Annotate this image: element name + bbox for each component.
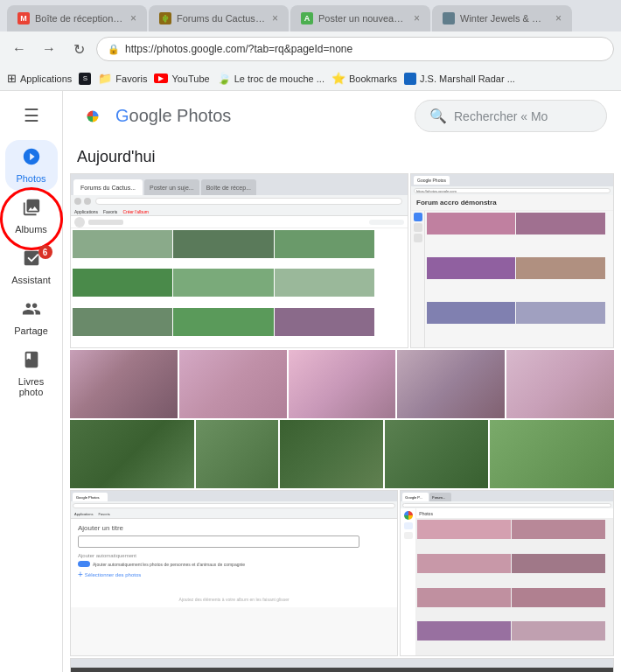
af-title-input xyxy=(78,536,359,548)
af-form-helper: Ajouter un titre xyxy=(78,524,390,532)
flower-photo-1[interactable] xyxy=(70,350,178,418)
bookmark-radar[interactable]: J.S. Marshall Radar ... xyxy=(404,73,515,85)
gp-logo: Google Photos xyxy=(77,101,231,132)
flower-photo-3[interactable] xyxy=(289,350,396,418)
livres-label: Livres photo xyxy=(9,376,54,397)
flower-photo-5[interactable] xyxy=(506,350,614,418)
pbg2 xyxy=(512,520,605,539)
gp-search-bar[interactable]: 🔍 Rechercher « Mo xyxy=(415,100,607,132)
cactus-favicon: 🌵 xyxy=(159,12,171,24)
bookmark-favoris-label: Favoris xyxy=(115,74,147,84)
ss-navrow xyxy=(71,195,408,207)
tab-gmail[interactable]: M Boîte de réception (16) × xyxy=(7,5,147,32)
gp-logo-text: Google Photos xyxy=(115,106,231,126)
bs-container: ⏮ ⏸ ⏭ Les 7 ans à savoir 🔊 ⛶ xyxy=(70,658,614,672)
pbg8 xyxy=(512,621,605,640)
flower-row1 xyxy=(70,350,614,418)
pb-tab1: Google P... xyxy=(402,493,429,501)
pb-tab2: Forum... xyxy=(429,493,451,501)
back-button[interactable]: ← xyxy=(7,37,31,61)
bookmark-troc-label: Le troc de mouche ... xyxy=(234,74,324,84)
ph6 xyxy=(275,269,374,297)
plant-photo-1[interactable] xyxy=(70,420,194,488)
af-toggle xyxy=(78,561,90,567)
af-form: Ajouter un titre Ajouter automatiquement… xyxy=(71,519,397,607)
address-bar[interactable]: 🔒 https://photos.google.com/?tab=rq&page… xyxy=(96,37,614,61)
af-share-option: Ajouter automatiquement xyxy=(78,553,390,558)
pbg3 xyxy=(417,554,511,573)
tab4-close[interactable]: × xyxy=(555,12,562,24)
tab3-close[interactable]: × xyxy=(414,12,420,24)
forum-tabbar: Google Photos xyxy=(411,174,613,186)
ss-bk3: Créer l'album xyxy=(122,209,149,214)
forum-sidebar xyxy=(411,211,425,347)
pbg7 xyxy=(417,621,511,640)
plant-photo-2[interactable] xyxy=(196,420,278,488)
photos-browser-screenshot[interactable]: Google P... Forum... xyxy=(400,490,614,656)
ss-tab2: Poster un suje... xyxy=(144,179,199,195)
steam-icon: S xyxy=(79,73,91,85)
refresh-button[interactable]: ↻ xyxy=(66,37,91,61)
ss-sim-left: Forums du Cactus... Poster un suje... Bo… xyxy=(71,174,408,347)
bookmark-steam[interactable]: S xyxy=(79,73,91,85)
pb-nav xyxy=(401,501,613,508)
sidebar-item-albums[interactable]: Albums xyxy=(5,191,58,242)
gp-logo-g: G xyxy=(115,106,129,125)
forward-button[interactable]: → xyxy=(37,37,61,61)
flower-photo-4[interactable] xyxy=(397,350,505,418)
ph8 xyxy=(173,308,273,336)
gp-logo-icon xyxy=(77,101,108,132)
bookmark-youtube[interactable]: ▶ YouTube xyxy=(154,74,209,84)
bookmark-favoris[interactable]: 📁 Favoris xyxy=(98,72,147,85)
pb-nav1 xyxy=(404,522,413,529)
tab-poster[interactable]: A Poster un nouveau suje... × xyxy=(290,5,430,32)
gp-logo-photos-word: Photos xyxy=(177,106,231,125)
tab1-close[interactable]: × xyxy=(130,12,136,24)
ss-bk1: Applications xyxy=(74,209,98,214)
sidebar: ☰ Photos Albums 6 Assistant xyxy=(0,91,63,672)
plant-photo-4[interactable] xyxy=(385,420,488,488)
flower-photo-2[interactable] xyxy=(179,350,287,418)
ss-bk2: Favoris xyxy=(103,209,117,214)
albums-label: Albums xyxy=(15,224,47,234)
pb-addr xyxy=(402,503,611,508)
plant-photo-5[interactable] xyxy=(490,420,614,488)
fp6 xyxy=(516,302,604,324)
bottom-screenshot[interactable]: ⏮ ⏸ ⏭ Les 7 ans à savoir 🔊 ⛶ xyxy=(70,658,614,672)
af-addr xyxy=(73,503,395,508)
bookmark-troc[interactable]: 🍃 Le troc de mouche ... xyxy=(217,72,324,85)
af-bk: Applications xyxy=(74,512,94,516)
fp5 xyxy=(427,302,515,324)
ph3 xyxy=(275,230,374,258)
browser-chrome: M Boîte de réception (16) × 🌵 Forums du … xyxy=(0,0,621,91)
plant-photo-3[interactable] xyxy=(280,420,383,488)
fp1 xyxy=(427,213,515,234)
af-nav xyxy=(71,501,397,510)
screenshot-forum[interactable]: Google Photos https://photos.google.com … xyxy=(410,173,614,348)
bookmark-applications[interactable]: ⊞ Applications xyxy=(7,72,72,85)
tab-cactus[interactable]: 🌵 Forums du Cactus Fran... × xyxy=(149,5,289,32)
af-tabbar: Google Photos xyxy=(71,491,397,501)
sidebar-item-photos[interactable]: Photos xyxy=(5,140,58,191)
sidebar-item-livres[interactable]: Livres photo xyxy=(5,343,58,404)
star-icon: ⭐ xyxy=(331,72,345,85)
fp4 xyxy=(516,257,604,279)
tab2-close[interactable]: × xyxy=(272,12,278,24)
ss-logo-bar xyxy=(88,220,123,225)
forum-nav: https://photos.google.com xyxy=(411,186,613,195)
pbg1 xyxy=(417,520,511,539)
menu-button[interactable]: ☰ xyxy=(14,98,49,133)
tab-winter[interactable]: Winter Jewels & Win... × xyxy=(432,5,572,32)
pbg5 xyxy=(417,588,511,607)
tab-bar: M Boîte de réception (16) × 🌵 Forums du … xyxy=(0,0,621,32)
search-icon: 🔍 xyxy=(429,108,447,124)
screenshot-left[interactable]: Forums du Cactus... Poster un suje... Bo… xyxy=(70,173,408,348)
sidebar-item-assistant[interactable]: 6 Assistant xyxy=(5,242,58,292)
ss-content-header xyxy=(71,216,408,228)
search-placeholder: Rechercher « Mo xyxy=(454,109,548,123)
sidebar-item-partage[interactable]: Partage xyxy=(5,292,58,343)
album-form-screenshot[interactable]: Google Photos Applications Favoris Ajout… xyxy=(70,490,398,656)
hamburger-icon: ☰ xyxy=(24,105,39,126)
bookmark-bookmarks[interactable]: ⭐ Bookmarks xyxy=(331,72,397,85)
fp3 xyxy=(427,257,515,279)
